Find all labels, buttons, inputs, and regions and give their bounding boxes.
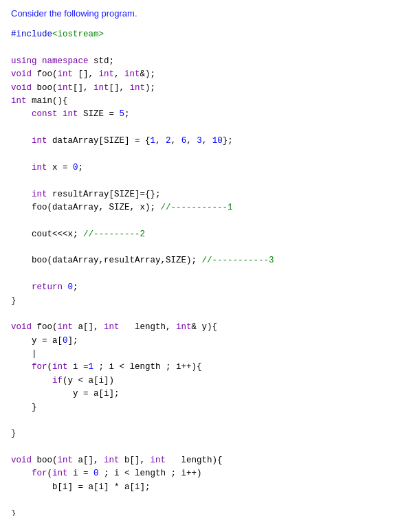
code-line-27: void boo(int a[], int b[], int length){ — [11, 454, 409, 467]
code-line-blank-11 — [11, 494, 409, 507]
code-line-5: void boo(int[], int[], int); — [11, 82, 409, 95]
code-line-blank-7 — [11, 268, 409, 281]
code-line-13: boo(dataArray,resultArray,SIZE); //-----… — [11, 254, 409, 267]
code-line-8: int dataArray[SIZE] = {1, 2, 6, 3, 10}; — [11, 135, 409, 148]
code-line-3: using namespace std; — [11, 55, 409, 68]
code-line-10: int resultArray[SIZE]={}; — [11, 188, 409, 201]
code-line-blank-2 — [11, 122, 409, 135]
namespace-kw: namespace — [42, 56, 93, 66]
code-line-blank-6 — [11, 241, 409, 254]
code-line-17: void foo(int a[], int length, int& y){ — [11, 321, 409, 334]
code-line-15: } — [11, 295, 409, 308]
code-line-1: #include<iostream> — [11, 28, 409, 41]
code-line-blank-4 — [11, 175, 409, 188]
code-line-12: cout<<<x; //---------2 — [11, 228, 409, 241]
code-line-blank-10 — [11, 441, 409, 454]
include-keyword: #include — [11, 30, 52, 39]
code-line-22: y = a[i]; — [11, 388, 409, 401]
code-line-9: int x = 0; — [11, 161, 409, 175]
code-line-23: } — [11, 401, 409, 414]
code-line-18: y = a[0]; — [11, 335, 409, 348]
code-line-20: for(int i =1 ; i < length ; i++){ — [11, 361, 409, 374]
code-line-14: return 0; — [11, 281, 409, 294]
code-line-19: | — [11, 348, 409, 361]
code-block: #include<iostream> using namespace std; … — [11, 25, 409, 516]
code-line-25: } — [11, 427, 409, 440]
iostream-header: <iostream> — [52, 30, 104, 39]
code-line-29: b[i] = a[i] * a[i]; — [11, 481, 409, 494]
code-line-blank-5 — [11, 214, 409, 227]
code-line-blank-8 — [11, 308, 409, 321]
code-line-11: foo(dataArray, SIZE, x); //-----------1 — [11, 201, 409, 214]
intro-text: Consider the following program. — [11, 8, 409, 19]
code-line-7: const int SIZE = 5; — [11, 108, 409, 121]
code-line-28: for(int i = 0 ; i < length ; i++) — [11, 467, 409, 480]
code-line-31: } — [11, 508, 409, 517]
code-line-blank-3 — [11, 148, 409, 161]
std-text: std; — [93, 56, 114, 66]
using-kw: using — [11, 56, 42, 66]
code-line-4: void foo(int [], int, int&); — [11, 68, 409, 81]
code-line-blank-9 — [11, 414, 409, 427]
code-line-blank-1 — [11, 41, 409, 54]
code-line-21: if(y < a[i]) — [11, 374, 409, 388]
code-line-6: int main(){ — [11, 95, 409, 108]
